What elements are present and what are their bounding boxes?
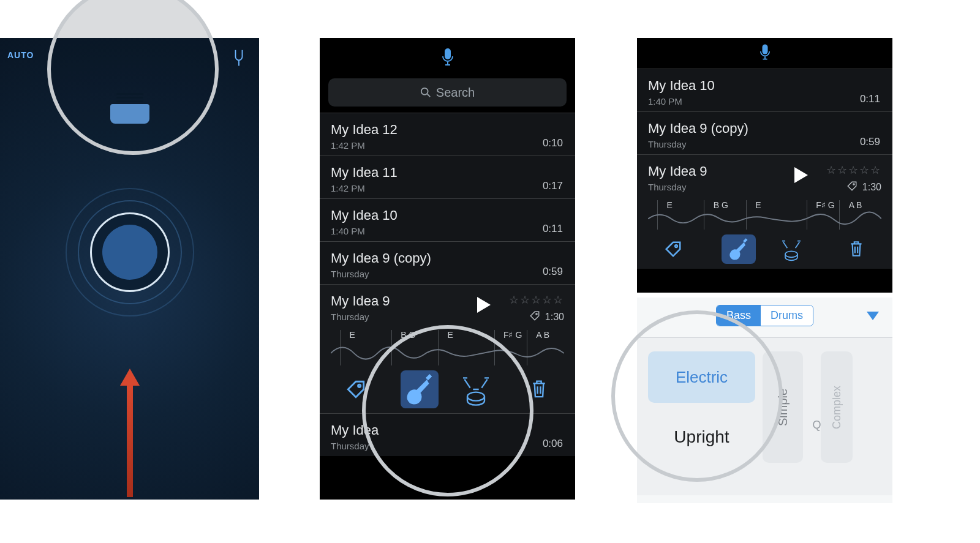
pad-electric[interactable]: Electric bbox=[648, 351, 755, 403]
search-placeholder: Search bbox=[436, 86, 475, 100]
drums-button[interactable] bbox=[457, 370, 495, 408]
guitar-button[interactable] bbox=[722, 234, 756, 264]
svg-rect-5 bbox=[762, 44, 767, 54]
segment-drums[interactable]: Drums bbox=[761, 305, 813, 326]
item-title: My Idea 9 bbox=[648, 163, 782, 179]
library-screen-compact: My Idea 10 1:40 PM 0:11 My Idea 9 (copy)… bbox=[637, 38, 892, 293]
toolbar bbox=[648, 230, 881, 269]
item-duration: 0:59 bbox=[543, 266, 563, 278]
item-time: Thursday bbox=[331, 269, 564, 279]
play-icon[interactable] bbox=[794, 167, 808, 183]
svg-point-3 bbox=[358, 384, 361, 387]
item-duration: 1:30 bbox=[862, 182, 881, 193]
svg-point-8 bbox=[785, 251, 797, 257]
microphone-icon[interactable] bbox=[760, 43, 771, 63]
list-item-expanded[interactable]: My Idea 9 Thursday ☆☆☆☆☆ 1:30 E B G E bbox=[320, 284, 575, 413]
item-time: 1:40 PM bbox=[331, 226, 564, 236]
library-icon[interactable] bbox=[110, 93, 149, 124]
list-item[interactable]: My Idea Thursday 0:06 bbox=[320, 413, 575, 456]
record-button[interactable] bbox=[66, 188, 194, 316]
item-title: My Idea 11 bbox=[331, 165, 564, 181]
waveform[interactable]: E B G E F♯ G A B bbox=[331, 330, 564, 365]
instrument-segmented-control[interactable]: Bass Drums bbox=[716, 305, 813, 326]
rating-stars[interactable]: ☆☆☆☆☆ bbox=[808, 163, 881, 177]
pad-simple[interactable]: Simple bbox=[763, 351, 803, 463]
tutorial-arrow bbox=[123, 369, 137, 497]
svg-point-4 bbox=[467, 392, 484, 401]
svg-rect-0 bbox=[445, 48, 451, 59]
tag-icon[interactable] bbox=[846, 181, 858, 194]
tag-icon[interactable] bbox=[529, 310, 540, 324]
item-duration: 0:17 bbox=[543, 180, 563, 192]
item-time: Thursday bbox=[331, 312, 465, 322]
segment-bass[interactable]: Bass bbox=[717, 305, 761, 326]
tag-button[interactable] bbox=[337, 370, 375, 408]
play-icon[interactable] bbox=[477, 297, 491, 313]
microphone-icon[interactable] bbox=[442, 48, 454, 69]
item-duration: 1:30 bbox=[545, 312, 564, 323]
rating-stars[interactable]: ☆☆☆☆☆ bbox=[491, 293, 564, 307]
svg-point-2 bbox=[536, 313, 537, 315]
item-duration: 0:11 bbox=[543, 223, 563, 235]
item-title: My Idea 12 bbox=[331, 122, 564, 138]
search-input[interactable]: Search bbox=[328, 78, 567, 107]
item-time: Thursday bbox=[648, 139, 881, 149]
list-item-expanded[interactable]: My Idea 9 Thursday ☆☆☆☆☆ 1:30 E bbox=[637, 154, 892, 269]
item-duration: 0:10 bbox=[543, 137, 563, 149]
list-item[interactable]: My Idea 11 1:42 PM 0:17 bbox=[320, 155, 575, 198]
svg-point-1 bbox=[421, 88, 428, 95]
list-item[interactable]: My Idea 9 (copy) Thursday 0:59 bbox=[637, 111, 892, 154]
list-item[interactable]: My Idea 10 1:40 PM 0:11 bbox=[637, 69, 892, 111]
item-duration: 0:59 bbox=[860, 136, 880, 148]
item-title: My Idea 10 bbox=[331, 208, 564, 223]
tag-button[interactable] bbox=[654, 230, 692, 268]
svg-point-7 bbox=[675, 245, 677, 247]
instrument-picker: Bass Drums Electric Upright Simple Quiet… bbox=[637, 298, 892, 503]
item-title: My Idea 10 bbox=[648, 78, 881, 94]
item-time: Thursday bbox=[648, 182, 782, 192]
item-duration: 0:11 bbox=[860, 93, 880, 105]
item-title: My Idea 9 (copy) bbox=[331, 250, 564, 266]
guitar-button[interactable] bbox=[401, 370, 439, 408]
item-time: Thursday bbox=[331, 441, 564, 451]
drums-button[interactable] bbox=[774, 234, 809, 264]
library-header bbox=[320, 38, 575, 78]
list-item[interactable]: My Idea 12 1:42 PM 0:10 bbox=[320, 113, 575, 155]
record-screen: AUTO bbox=[0, 38, 259, 500]
delete-button[interactable] bbox=[520, 370, 558, 408]
item-title: My Idea 9 bbox=[331, 293, 465, 309]
auto-button[interactable]: AUTO bbox=[7, 50, 34, 60]
list-item[interactable]: My Idea 10 1:40 PM 0:11 bbox=[320, 198, 575, 241]
item-title: My Idea bbox=[331, 422, 564, 438]
item-time: 1:42 PM bbox=[331, 183, 564, 193]
list-item[interactable]: My Idea 9 (copy) Thursday 0:59 bbox=[320, 241, 575, 284]
item-duration: 0:06 bbox=[543, 438, 563, 450]
record-header: AUTO bbox=[0, 38, 259, 72]
svg-point-6 bbox=[853, 184, 854, 185]
disclosure-icon[interactable] bbox=[867, 312, 879, 320]
pad-upright[interactable]: Upright bbox=[648, 411, 755, 463]
delete-button[interactable] bbox=[837, 230, 875, 268]
item-time: 1:40 PM bbox=[648, 96, 881, 107]
tuning-fork-icon[interactable] bbox=[232, 49, 246, 67]
waveform[interactable]: E B G E F♯ G A B bbox=[648, 200, 881, 230]
library-header bbox=[637, 38, 892, 69]
item-time: 1:42 PM bbox=[331, 140, 564, 151]
library-screen: Search My Idea 12 1:42 PM 0:10 My Idea 1… bbox=[320, 38, 575, 500]
toolbar bbox=[331, 365, 564, 413]
item-title: My Idea 9 (copy) bbox=[648, 121, 881, 137]
pad-complex[interactable]: Complex bbox=[821, 351, 853, 463]
